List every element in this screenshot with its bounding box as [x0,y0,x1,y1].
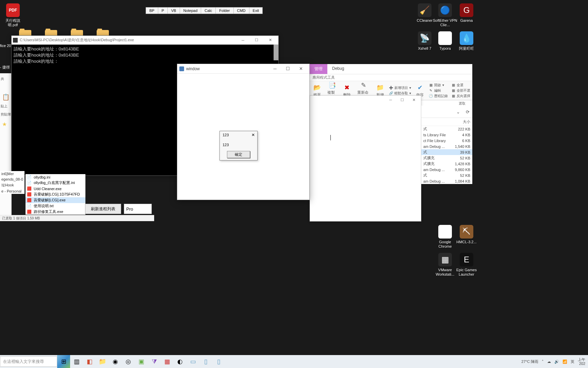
taskbar-app[interactable]: ▭ [186,355,199,368]
desktop-icon-epic[interactable]: EEpic Games Launcher [454,253,479,277]
close-button[interactable]: ✕ [250,132,256,138]
toolbar-cmd-button[interactable]: CMD [234,7,249,14]
pin-icon[interactable]: ★ [2,121,7,127]
file-explorer-icon[interactable]: 📁 [96,355,109,368]
desktop-icon-garena[interactable]: GGarena [454,3,479,23]
column-header-size[interactable]: 大小 [421,118,472,126]
titlebar[interactable]: ─ ☐ ✕ [310,96,421,104]
task-view-button[interactable]: ▥ [70,355,83,368]
toolbar-folder-button[interactable]: Folder [216,7,233,14]
file-row[interactable]: ts Library File4 KB [421,132,472,138]
titlebar[interactable]: window ─ ☐ ✕ [177,64,309,74]
file-row[interactable]: am Debug ...1,084 KB [421,178,472,184]
desktop-icon-softether[interactable]: 🔵SoftEther VPN Clie... [433,3,457,27]
plus-icon: ➕ [389,86,393,90]
volume-icon[interactable]: 🔊 [554,359,559,364]
app-icon: 🧹 [418,3,431,17]
easy-access-button[interactable]: 🔗輕鬆存取 ▾ [389,91,411,96]
nav-item[interactable]: in6]Mer [0,171,24,177]
scrollbar-thumb[interactable] [274,45,278,60]
file-row[interactable]: ct File Library6 KB [421,138,472,143]
nav-item[interactable]: e - Personal [0,188,24,194]
file-item[interactable]: 📄ollydbg_白底黑字配置.ini [26,180,85,186]
new-item-button[interactable]: ➕新增項目 ▾ [389,86,411,90]
tray-chevron-icon[interactable]: ˄ [542,359,544,364]
close-button[interactable]: ✕ [408,96,420,103]
file-row[interactable]: am Debug ...1,540 KB [421,143,472,149]
maximize-button[interactable]: ☐ [281,65,294,73]
edit-button[interactable]: ✎編輯 [429,88,448,93]
desktop-icon-vmware[interactable]: ▦VMware Workstati... [433,253,457,277]
refresh-button[interactable]: ⟳ [463,108,472,116]
steam-icon[interactable]: ◉ [109,355,122,368]
toolbar-notepad-button[interactable]: Notepad [180,7,201,14]
onedrive-icon[interactable]: ☁ [547,359,551,364]
nav-item[interactable]: 址Hook [0,182,24,188]
invert-icon: ▦ [451,94,455,98]
titlebar[interactable]: C:\Users\MSI-PC\Desktop\A\逆向\任意地址Hook\De… [12,36,278,45]
minimize-button[interactable]: ─ [385,96,396,103]
file-row[interactable]: 式擴充1,428 KB [421,161,472,167]
nav-item[interactable]: egends_08-0 [0,177,24,182]
ok-button[interactable]: 確定 [227,151,250,158]
file-item[interactable]: 🟥Udd Cleaner.exe [26,186,85,191]
minimize-button[interactable]: ─ [236,36,250,44]
toolbar-p-button[interactable]: P [158,7,168,14]
close-button[interactable]: ✕ [294,65,307,73]
dropdown-button[interactable]: ⌄ [454,108,462,116]
invert-selection-button[interactable]: ▦反向選擇 [451,94,470,98]
desktop-icon-google[interactable]: ◎Google Chrome [433,225,457,249]
select-none-button[interactable]: ▦全部不選 [451,88,470,93]
taskbar-app[interactable]: ▦ [161,355,174,368]
tab-debug[interactable]: Debug [327,64,349,74]
taskbar-search[interactable]: 在這裡輸入文字來搜尋 [0,356,57,367]
toolbar-exit-button[interactable]: Exit [249,7,262,14]
text-area[interactable] [310,104,421,171]
clock[interactable]: 上午202 [578,357,585,366]
file-row[interactable]: 式39 KB [421,149,472,155]
file-row[interactable]: 式擴充52 KB [421,155,472,161]
minimize-button[interactable]: ─ [268,65,281,73]
file-item[interactable]: 📄使用说明.txt [26,203,85,209]
taskbar-app[interactable]: ▣ [135,355,148,368]
close-button[interactable]: ✕ [263,36,277,44]
ime-indicator[interactable]: 英 [571,359,574,364]
toolbar-vb-button[interactable]: VB [168,7,180,14]
desktop-icon-pdf[interactable]: PDF 天行程說 明.pdf [1,3,25,27]
taskbar-app[interactable]: ▯ [212,355,225,368]
file-type: 式擴充 [423,155,435,160]
notepad-window: ─ ☐ ✕ [310,95,421,221]
file-item[interactable]: 🟥路径修复工具.exe [26,209,85,215]
network-icon[interactable]: 📶 [562,359,567,364]
file-item[interactable]: 🟥吾愛破解[LCG].exe [26,197,85,203]
system-tray: 27°C 陣雨 ˄ ☁ 🔊 📶 英 上午202 [521,357,588,366]
file-item[interactable]: 🟥吾愛破解[LCG].1D75F47FD [26,191,85,197]
chrome-icon[interactable]: ◎ [122,355,135,368]
visual-studio-icon[interactable]: ⧩ [148,355,161,368]
clipboard-icon[interactable]: 📋 [1,92,10,102]
open-button[interactable]: ▦開啟 ▾ [429,83,448,88]
maximize-button[interactable]: ☐ [250,36,263,44]
toolbar-bp-button[interactable]: BP [146,7,158,14]
weather-widget[interactable]: 27°C 陣雨 [521,359,538,364]
start-button[interactable]: ⊞ [57,355,70,368]
desktop-icon-阿里旺旺[interactable]: 💧阿里旺旺 [454,31,479,51]
refresh-process-button[interactable]: 刷新進程列表 [85,204,121,214]
file-item[interactable]: 📄ollydbg.ini [26,174,85,180]
tab-manage[interactable]: 管理 [310,64,327,74]
toolbar-calc-button[interactable]: Calc [201,7,216,14]
file-row[interactable]: am Debug ...9,860 KB [421,167,472,172]
text-cursor [330,135,331,140]
taskbar-app[interactable]: ▯ [199,355,212,368]
history-button[interactable]: 🕐歷程記錄 [429,94,448,98]
process-filter-input[interactable] [124,204,152,214]
select-all-button[interactable]: ▦全選 [451,83,470,88]
taskbar-app[interactable]: ◐ [174,355,186,368]
desktop-icon-typora[interactable]: TTypora [433,31,457,51]
maximize-button[interactable]: ☐ [396,96,408,103]
taskbar-app[interactable]: ◧ [83,355,96,368]
file-row[interactable]: 式222 KB [421,126,472,132]
file-row[interactable]: 式52 KB [421,172,472,178]
desktop-icon-hmcl-3.2...[interactable]: ⛏HMCL-3.2... [454,225,479,244]
desktop-icon-label: 阿里旺旺 [454,46,479,51]
